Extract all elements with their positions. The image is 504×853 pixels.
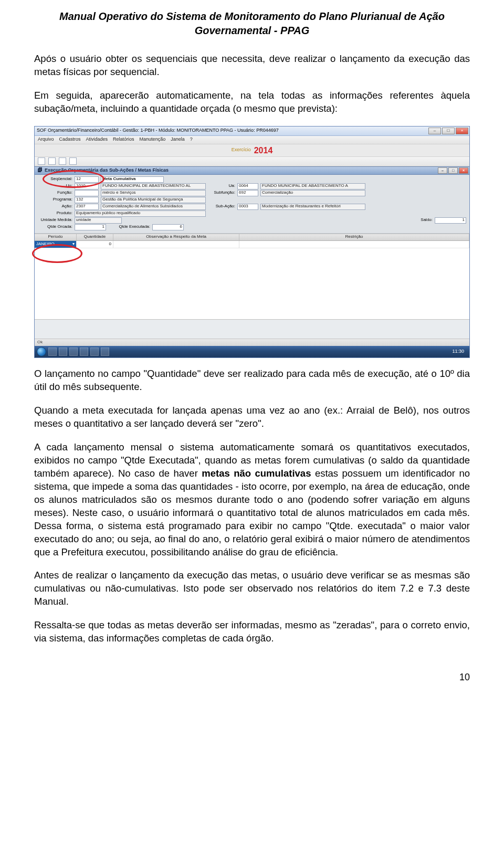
unidade-desc: unidade <box>75 217 122 224</box>
grid-col-periodo[interactable]: Período <box>35 234 77 240</box>
programa-value[interactable]: 132 <box>75 197 99 203</box>
acao-desc: Comercialização de Alimentos Subsidiados <box>101 204 206 210</box>
menu-cadastros[interactable]: Cadastros <box>59 137 81 142</box>
menubar: Arquivo Cadastros Atividades Relatórios … <box>35 136 469 144</box>
section-title: Execução Orçamentária das Sub-Ações / Me… <box>45 168 169 173</box>
subacao-desc: Modernização de Restaurantes e Refeitóri <box>260 204 365 210</box>
menu-help[interactable]: ? <box>190 137 193 142</box>
unidade-label: Unidade Medida: <box>38 218 72 223</box>
programa-desc: Gestão da Política Municipal de Seguranç… <box>101 197 206 203</box>
exercicio-label: Exercício <box>232 148 251 153</box>
subacao-value[interactable]: 0003 <box>237 204 258 210</box>
paragraph-4: Quando a meta executada for lançada apen… <box>34 404 470 430</box>
meta-cumulativa-box: Meta Cumulativa <box>101 176 164 183</box>
content-body: Após o usuário obter os sequenciais que … <box>0 42 504 669</box>
grid-body[interactable]: JANEIRO ▾ 0 <box>35 241 469 320</box>
grid-col-restricao[interactable]: Restrição <box>239 234 469 240</box>
titlebar: SOF Orçamentário/Financeiro/Contábil - G… <box>35 127 469 136</box>
acao-value[interactable]: 2307 <box>75 204 99 210</box>
qtde-orcada-label: Qtde Orcada: <box>38 225 72 229</box>
page-number: 10 <box>0 669 504 693</box>
subfuncao-label: Subfunção: <box>208 191 235 195</box>
subfuncao-value[interactable]: 692 <box>237 190 258 196</box>
cell-observacao[interactable] <box>113 241 239 248</box>
embedded-screenshot: SOF Orçamentário/Financeiro/Contábil - G… <box>34 126 470 358</box>
taskbar-icon[interactable] <box>69 347 78 356</box>
sequencial-input[interactable]: 12 <box>75 176 99 183</box>
exercicio-row: Exercício 2014 <box>35 144 469 157</box>
menu-atividades[interactable]: Atividades <box>86 137 108 142</box>
cell-periodo[interactable]: JANEIRO ▾ <box>35 241 77 248</box>
section-header: 🗐 Execução Orçamentária das Sub-Ações / … <box>35 166 469 175</box>
menu-janela[interactable]: Janela <box>171 137 185 142</box>
subacao-label: Sub-Ação: <box>208 204 235 209</box>
close-button[interactable]: × <box>456 128 468 134</box>
menu-arquivo[interactable]: Arquivo <box>38 137 54 142</box>
exercicio-year: 2014 <box>254 146 273 155</box>
section-max-btn[interactable]: □ <box>448 167 458 174</box>
clock: 11:30 <box>452 349 467 354</box>
ua-label: Ua: <box>208 184 235 188</box>
paragraph-6: Antes de realizar o lançamento da execuç… <box>34 569 470 608</box>
cell-restricao[interactable] <box>239 241 469 248</box>
window-title: SOF Orçamentário/Financeiro/Contábil - G… <box>37 128 279 133</box>
section-close-btn[interactable]: × <box>459 167 468 174</box>
qtde-orcada-value: 1 <box>75 224 106 230</box>
grid-col-observacao[interactable]: Observação a Respeito da Meta <box>113 234 239 240</box>
grid-header: Período Quantidade Observação a Respeito… <box>35 234 469 241</box>
taskbar-icon[interactable] <box>80 347 88 356</box>
maximize-button[interactable]: □ <box>442 128 455 134</box>
page-header: Manual Operativo do Sistema de Monitoram… <box>0 0 504 42</box>
sequencial-label: Seqüencial: <box>38 177 72 182</box>
funcao-label: Função: <box>38 191 72 195</box>
start-orb-icon[interactable] <box>37 347 46 356</box>
bold-metas-nao-cumulativas: metas não cumulativas <box>202 468 311 479</box>
menu-manutencao[interactable]: Manutenção <box>140 137 166 142</box>
section-min-btn[interactable]: – <box>438 167 447 174</box>
subfuncao-desc: Comercialização <box>260 190 365 196</box>
uo-value[interactable]: 1010 <box>75 183 99 189</box>
ua-value[interactable]: 0064 <box>237 183 258 189</box>
toolbar-btn-3[interactable] <box>59 157 66 165</box>
paragraph-7: Ressalta-se que todas as metas deverão s… <box>34 619 470 645</box>
toolbar <box>35 157 469 166</box>
taskbar-icon[interactable] <box>59 347 67 356</box>
programa-label: Programa: <box>38 197 72 202</box>
funcao-desc: mércio e Serviços <box>101 190 206 196</box>
taskbar-icon[interactable] <box>48 347 57 356</box>
statusbar: Ok <box>35 339 469 346</box>
qtde-exec-value: 6 <box>152 224 184 230</box>
acao-label: Ação: <box>38 204 72 209</box>
paragraph-5: A cada lançamento mensal o sistema autom… <box>34 441 470 559</box>
produto-desc: Equipamento público requalificado <box>75 210 206 217</box>
minimize-button[interactable]: – <box>428 128 441 134</box>
produto-label: Produto: <box>38 211 72 216</box>
taskbar: 11:30 <box>35 346 469 357</box>
toolbar-btn-4[interactable] <box>69 157 77 165</box>
saldo-label: Saldo: <box>412 218 433 223</box>
toolbar-btn-2[interactable] <box>48 157 56 165</box>
paragraph-3: O lançamento no campo "Quantidade" deve … <box>34 367 470 394</box>
menu-relatorios[interactable]: Relatórios <box>113 137 134 142</box>
header-line2: Governamental - PPAG <box>195 25 310 36</box>
header-line1: Manual Operativo do Sistema de Monitoram… <box>59 10 445 22</box>
status-ok: Ok <box>37 340 43 345</box>
uo-desc: FUNDO MUNICIPAL DE ABASTECIMENTO AL <box>101 183 206 189</box>
funcao-value[interactable] <box>75 190 99 196</box>
form-area: Seqüencial: 12 Meta Cumulativa Uo: 1010 … <box>35 175 469 234</box>
taskbar-icon[interactable] <box>101 347 109 356</box>
qtde-exec-label: Qtde Executada: <box>108 225 150 229</box>
grid-col-quantidade[interactable]: Quantidade <box>77 234 113 240</box>
uo-label: Uo: <box>38 184 72 188</box>
toolbar-btn-1[interactable] <box>38 157 45 165</box>
paragraph-2: Em seguida, aparecerão automaticamente, … <box>34 89 470 115</box>
app-window: SOF Orçamentário/Financeiro/Contábil - G… <box>34 126 470 358</box>
cell-quantidade[interactable]: 0 <box>77 241 113 248</box>
saldo-value: 1 <box>435 217 466 224</box>
ua-desc: FUNDO MUNICIPAL DE ABASTECIMENTO A <box>260 183 365 189</box>
table-row[interactable]: JANEIRO ▾ 0 <box>35 241 469 248</box>
paragraph-1: Após o usuário obter os sequenciais que … <box>34 52 470 79</box>
taskbar-icon[interactable] <box>90 347 99 356</box>
